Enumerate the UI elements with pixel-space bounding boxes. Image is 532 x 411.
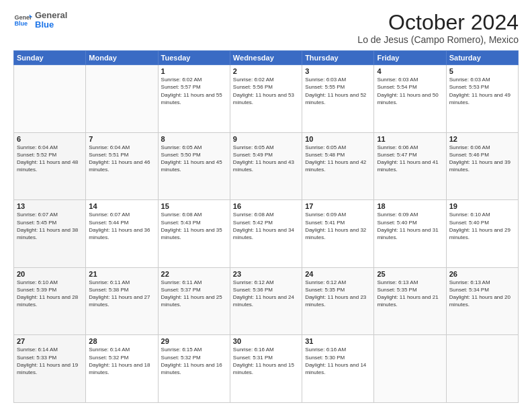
logo-general: General bbox=[35, 11, 67, 20]
day-info: Sunrise: 6:09 AM Sunset: 5:40 PM Dayligh… bbox=[377, 211, 443, 241]
calendar-cell: 10Sunrise: 6:05 AM Sunset: 5:48 PM Dayli… bbox=[302, 132, 374, 200]
day-number: 14 bbox=[89, 202, 154, 210]
day-info: Sunrise: 6:15 AM Sunset: 5:32 PM Dayligh… bbox=[161, 346, 227, 376]
calendar-cell: 5Sunrise: 6:03 AM Sunset: 5:53 PM Daylig… bbox=[446, 65, 518, 133]
calendar-cell: 6Sunrise: 6:04 AM Sunset: 5:52 PM Daylig… bbox=[14, 132, 86, 200]
calendar-cell: 20Sunrise: 6:10 AM Sunset: 5:39 PM Dayli… bbox=[14, 267, 86, 335]
calendar-week-1: 6Sunrise: 6:04 AM Sunset: 5:52 PM Daylig… bbox=[14, 132, 519, 200]
day-number: 5 bbox=[449, 67, 515, 75]
calendar-table: Sunday Monday Tuesday Wednesday Thursday… bbox=[13, 50, 519, 403]
col-tuesday: Tuesday bbox=[158, 51, 230, 65]
calendar-cell: 29Sunrise: 6:15 AM Sunset: 5:32 PM Dayli… bbox=[158, 335, 230, 403]
calendar-cell: 2Sunrise: 6:02 AM Sunset: 5:56 PM Daylig… bbox=[230, 65, 302, 133]
day-number: 22 bbox=[161, 270, 227, 278]
col-wednesday: Wednesday bbox=[230, 51, 302, 65]
calendar-cell: 18Sunrise: 6:09 AM Sunset: 5:40 PM Dayli… bbox=[374, 200, 446, 268]
calendar-cell: 15Sunrise: 6:08 AM Sunset: 5:43 PM Dayli… bbox=[158, 200, 230, 268]
day-number: 13 bbox=[17, 202, 83, 210]
day-number: 21 bbox=[89, 270, 154, 278]
calendar-cell: 27Sunrise: 6:14 AM Sunset: 5:33 PM Dayli… bbox=[14, 335, 86, 403]
calendar-cell: 28Sunrise: 6:14 AM Sunset: 5:32 PM Dayli… bbox=[86, 335, 158, 403]
day-number: 1 bbox=[161, 67, 227, 75]
title-block: October 2024 Lo de Jesus (Campo Romero),… bbox=[357, 11, 519, 45]
day-number: 29 bbox=[161, 337, 227, 345]
day-info: Sunrise: 6:03 AM Sunset: 5:53 PM Dayligh… bbox=[449, 76, 515, 106]
calendar-cell bbox=[14, 65, 86, 133]
day-number: 18 bbox=[377, 202, 443, 210]
day-info: Sunrise: 6:16 AM Sunset: 5:30 PM Dayligh… bbox=[305, 346, 371, 376]
page-title: October 2024 bbox=[357, 11, 519, 34]
calendar-cell bbox=[86, 65, 158, 133]
calendar-cell: 25Sunrise: 6:13 AM Sunset: 5:35 PM Dayli… bbox=[374, 267, 446, 335]
calendar-cell: 21Sunrise: 6:11 AM Sunset: 5:38 PM Dayli… bbox=[86, 267, 158, 335]
calendar-cell: 19Sunrise: 6:10 AM Sunset: 5:40 PM Dayli… bbox=[446, 200, 518, 268]
day-number: 8 bbox=[161, 135, 227, 143]
day-info: Sunrise: 6:07 AM Sunset: 5:44 PM Dayligh… bbox=[89, 211, 154, 241]
day-number: 7 bbox=[89, 135, 154, 143]
calendar-cell: 4Sunrise: 6:03 AM Sunset: 5:54 PM Daylig… bbox=[374, 65, 446, 133]
day-info: Sunrise: 6:12 AM Sunset: 5:36 PM Dayligh… bbox=[233, 279, 299, 309]
calendar-cell bbox=[374, 335, 446, 403]
day-info: Sunrise: 6:04 AM Sunset: 5:51 PM Dayligh… bbox=[89, 144, 154, 174]
day-info: Sunrise: 6:04 AM Sunset: 5:52 PM Dayligh… bbox=[17, 144, 83, 174]
calendar-cell: 22Sunrise: 6:11 AM Sunset: 5:37 PM Dayli… bbox=[158, 267, 230, 335]
day-info: Sunrise: 6:08 AM Sunset: 5:42 PM Dayligh… bbox=[233, 211, 299, 241]
day-info: Sunrise: 6:06 AM Sunset: 5:46 PM Dayligh… bbox=[449, 144, 515, 174]
col-monday: Monday bbox=[86, 51, 158, 65]
calendar-cell: 9Sunrise: 6:05 AM Sunset: 5:49 PM Daylig… bbox=[230, 132, 302, 200]
day-info: Sunrise: 6:03 AM Sunset: 5:55 PM Dayligh… bbox=[305, 76, 371, 106]
day-info: Sunrise: 6:11 AM Sunset: 5:38 PM Dayligh… bbox=[89, 279, 154, 309]
calendar-cell: 11Sunrise: 6:06 AM Sunset: 5:47 PM Dayli… bbox=[374, 132, 446, 200]
header: General Blue General Blue October 2024 L… bbox=[13, 11, 519, 45]
col-saturday: Saturday bbox=[446, 51, 518, 65]
calendar-cell: 3Sunrise: 6:03 AM Sunset: 5:55 PM Daylig… bbox=[302, 65, 374, 133]
day-number: 2 bbox=[233, 67, 299, 75]
logo-icon: General Blue bbox=[13, 11, 32, 30]
day-info: Sunrise: 6:12 AM Sunset: 5:35 PM Dayligh… bbox=[305, 279, 371, 309]
page: General Blue General Blue October 2024 L… bbox=[0, 0, 532, 411]
svg-text:Blue: Blue bbox=[14, 21, 28, 28]
calendar-cell: 7Sunrise: 6:04 AM Sunset: 5:51 PM Daylig… bbox=[86, 132, 158, 200]
day-number: 15 bbox=[161, 202, 227, 210]
day-number: 31 bbox=[305, 337, 371, 345]
day-info: Sunrise: 6:03 AM Sunset: 5:54 PM Dayligh… bbox=[377, 76, 443, 106]
day-number: 24 bbox=[305, 270, 371, 278]
calendar-cell: 24Sunrise: 6:12 AM Sunset: 5:35 PM Dayli… bbox=[302, 267, 374, 335]
day-number: 30 bbox=[233, 337, 299, 345]
day-info: Sunrise: 6:14 AM Sunset: 5:33 PM Dayligh… bbox=[17, 346, 83, 376]
day-number: 9 bbox=[233, 135, 299, 143]
day-info: Sunrise: 6:06 AM Sunset: 5:47 PM Dayligh… bbox=[377, 144, 443, 174]
day-info: Sunrise: 6:07 AM Sunset: 5:45 PM Dayligh… bbox=[17, 211, 83, 241]
calendar-week-4: 27Sunrise: 6:14 AM Sunset: 5:33 PM Dayli… bbox=[14, 335, 519, 403]
day-number: 23 bbox=[233, 270, 299, 278]
day-number: 3 bbox=[305, 67, 371, 75]
calendar-week-2: 13Sunrise: 6:07 AM Sunset: 5:45 PM Dayli… bbox=[14, 200, 519, 268]
day-number: 16 bbox=[233, 202, 299, 210]
calendar-week-0: 1Sunrise: 6:02 AM Sunset: 5:57 PM Daylig… bbox=[14, 65, 519, 133]
day-number: 6 bbox=[17, 135, 83, 143]
day-info: Sunrise: 6:05 AM Sunset: 5:49 PM Dayligh… bbox=[233, 144, 299, 174]
calendar-week-3: 20Sunrise: 6:10 AM Sunset: 5:39 PM Dayli… bbox=[14, 267, 519, 335]
day-number: 19 bbox=[449, 202, 515, 210]
page-subtitle: Lo de Jesus (Campo Romero), Mexico bbox=[357, 34, 519, 45]
col-thursday: Thursday bbox=[302, 51, 374, 65]
calendar-cell: 17Sunrise: 6:09 AM Sunset: 5:41 PM Dayli… bbox=[302, 200, 374, 268]
logo: General Blue General Blue bbox=[13, 11, 67, 30]
day-info: Sunrise: 6:08 AM Sunset: 5:43 PM Dayligh… bbox=[161, 211, 227, 241]
calendar-cell: 23Sunrise: 6:12 AM Sunset: 5:36 PM Dayli… bbox=[230, 267, 302, 335]
day-number: 20 bbox=[17, 270, 83, 278]
calendar-cell: 8Sunrise: 6:05 AM Sunset: 5:50 PM Daylig… bbox=[158, 132, 230, 200]
calendar-cell bbox=[446, 335, 518, 403]
day-number: 28 bbox=[89, 337, 154, 345]
calendar-cell: 12Sunrise: 6:06 AM Sunset: 5:46 PM Dayli… bbox=[446, 132, 518, 200]
day-number: 10 bbox=[305, 135, 371, 143]
day-info: Sunrise: 6:13 AM Sunset: 5:35 PM Dayligh… bbox=[377, 279, 443, 309]
calendar-cell: 30Sunrise: 6:16 AM Sunset: 5:31 PM Dayli… bbox=[230, 335, 302, 403]
day-number: 4 bbox=[377, 67, 443, 75]
day-number: 25 bbox=[377, 270, 443, 278]
calendar-cell: 1Sunrise: 6:02 AM Sunset: 5:57 PM Daylig… bbox=[158, 65, 230, 133]
day-info: Sunrise: 6:14 AM Sunset: 5:32 PM Dayligh… bbox=[89, 346, 154, 376]
day-number: 27 bbox=[17, 337, 83, 345]
day-info: Sunrise: 6:10 AM Sunset: 5:40 PM Dayligh… bbox=[449, 211, 515, 241]
day-number: 11 bbox=[377, 135, 443, 143]
